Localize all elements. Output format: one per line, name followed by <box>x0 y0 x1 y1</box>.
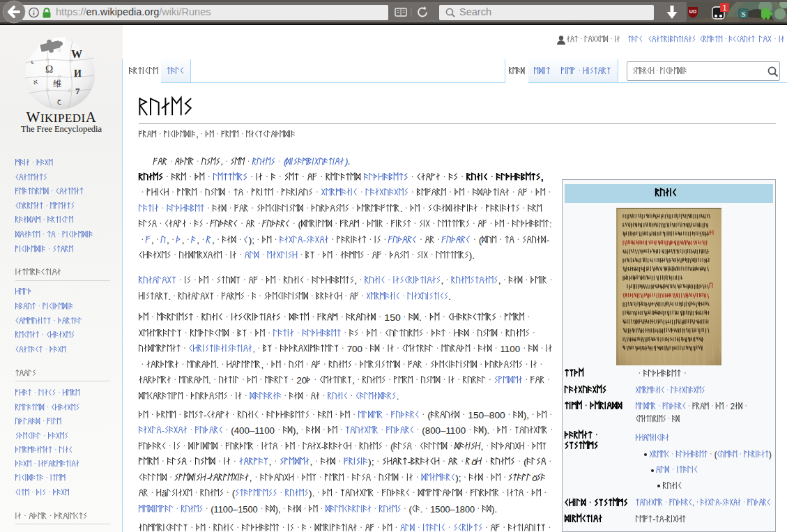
svg-text::: : <box>549 219 552 229</box>
svg-text:),: ), <box>293 425 298 436</box>
svg-text:-: - <box>652 515 655 524</box>
svg-text:维: 维 <box>53 79 61 89</box>
svg-text:,: , <box>261 359 263 370</box>
svg-text:(800–1100: (800–1100 <box>422 425 466 436</box>
svg-text:).: ). <box>484 425 489 436</box>
svg-text:1: 1 <box>722 3 726 12</box>
svg-text:,: , <box>212 234 215 245</box>
svg-text:,: , <box>441 275 443 286</box>
svg-text:,: , <box>481 441 484 451</box>
svg-text:(: ( <box>714 449 717 459</box>
svg-text:,: , <box>252 344 255 354</box>
svg-text:ö: ö <box>471 457 477 466</box>
svg-text:,: , <box>197 234 199 245</box>
svg-text:).: ). <box>491 503 497 514</box>
svg-text:): ) <box>769 449 772 459</box>
svg-text:): ) <box>344 156 348 167</box>
svg-text:,: , <box>196 130 198 139</box>
svg-text:),: ), <box>275 503 281 514</box>
svg-text:.: . <box>448 291 451 301</box>
svg-text:UO: UO <box>689 9 697 14</box>
svg-text:-: - <box>408 457 411 466</box>
svg-text:.: . <box>420 503 423 514</box>
svg-text:(: ( <box>408 503 412 514</box>
svg-text:,: , <box>498 275 501 286</box>
svg-text:.: . <box>348 156 351 167</box>
svg-text:-: - <box>547 234 549 245</box>
svg-text:).: ). <box>469 250 475 261</box>
svg-text:(: ( <box>427 410 431 420</box>
svg-text:,: , <box>352 375 355 386</box>
svg-text:);: ); <box>455 472 461 482</box>
svg-text:,: , <box>269 457 272 466</box>
svg-text:);: ); <box>368 457 374 466</box>
svg-text:150: 150 <box>384 312 400 322</box>
svg-text:,: , <box>167 234 169 245</box>
svg-text:-: - <box>207 472 211 482</box>
svg-text:,: , <box>221 156 224 167</box>
svg-text:7: 7 <box>75 86 80 96</box>
svg-text:2: 2 <box>731 401 735 411</box>
svg-text:(400–1100: (400–1100 <box>231 425 275 436</box>
svg-text:-: - <box>321 441 324 451</box>
svg-text:700: 700 <box>347 344 362 354</box>
svg-text:,: , <box>541 172 544 182</box>
svg-text:(: ( <box>390 441 394 451</box>
svg-text:,: , <box>354 275 357 286</box>
svg-text:1500–1800: 1500–1800 <box>430 503 475 514</box>
svg-text:),: ), <box>524 410 529 420</box>
svg-text:(: ( <box>298 219 302 229</box>
svg-text:Ω: Ω <box>45 63 53 75</box>
svg-text:.: . <box>168 291 171 301</box>
svg-text:-: - <box>719 498 722 508</box>
svg-text:-: - <box>204 410 207 420</box>
svg-text:,: , <box>250 472 252 482</box>
svg-text:.: . <box>400 203 403 213</box>
svg-text:W: W <box>71 48 82 60</box>
svg-text:.: . <box>216 359 219 370</box>
svg-text:1100: 1100 <box>500 344 520 354</box>
svg-text:.: . <box>208 375 211 386</box>
svg-text:20: 20 <box>296 375 307 386</box>
svg-text:,: , <box>310 457 313 466</box>
svg-text:(: ( <box>479 234 482 245</box>
svg-text:);: ); <box>249 234 254 245</box>
svg-text:ä: ä <box>162 488 167 499</box>
svg-text:(: ( <box>524 457 527 466</box>
svg-text:150–800: 150–800 <box>468 410 505 420</box>
svg-text:И: И <box>74 68 82 79</box>
svg-text:,: , <box>692 498 694 508</box>
svg-text:,: , <box>151 234 154 245</box>
svg-text:,: , <box>182 234 185 245</box>
svg-text:.: . <box>397 390 399 401</box>
svg-text:-: - <box>664 515 667 524</box>
svg-text:).: ). <box>309 488 314 499</box>
svg-text:.: . <box>419 312 422 322</box>
svg-text:(1100–1500: (1100–1500 <box>211 503 257 514</box>
svg-text:S: S <box>741 10 745 18</box>
svg-text:-: - <box>303 234 305 245</box>
svg-text:-: - <box>162 425 165 436</box>
svg-text:(: ( <box>232 488 236 499</box>
svg-text:ö: ö <box>532 472 537 482</box>
